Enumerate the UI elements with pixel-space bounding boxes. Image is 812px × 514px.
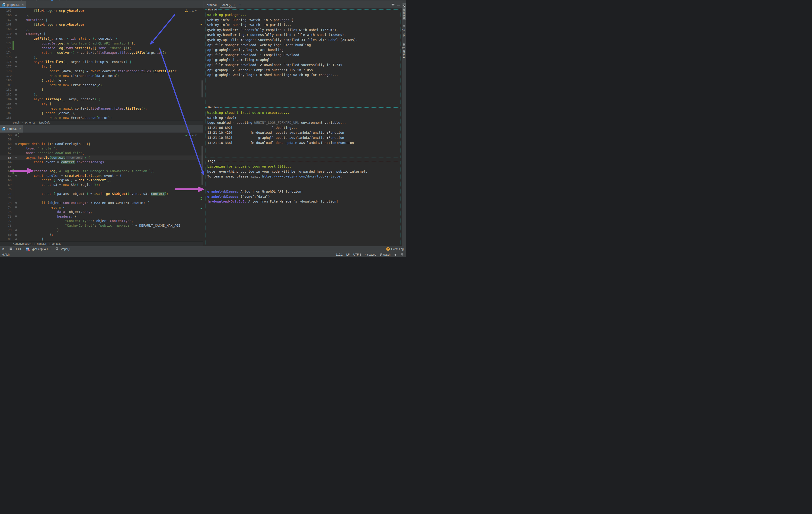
docs-link[interactable]: https://www.webiny.com/docs/todo-article [262, 175, 340, 178]
code-line: 64 const event = context.invocationArgs; [0, 160, 203, 164]
tool-button-typescript-4-1-3[interactable]: TSTypeScript 4.1.3 [26, 247, 50, 251]
fold-marker-icon [15, 143, 17, 145]
inspection-count: 1 [189, 134, 191, 137]
inspection-count: 1 [189, 9, 191, 12]
code-line: 180 } catch (e) { [0, 78, 203, 83]
tool-button-todo[interactable]: TODO [9, 247, 21, 251]
terminal-line: graphql-dd2eaea: A log from GraphQL API … [207, 189, 398, 194]
terminal-line: webiny info: Running 'watch' in 5 packag… [207, 18, 398, 23]
code-line: 177 try { [0, 64, 203, 69]
code-line: 72 [0, 196, 203, 201]
next-issue-icon[interactable]: ∨ [195, 9, 197, 12]
code-editor-index[interactable]: ✔✔ 1 ∧ ∨ 58};5960export default (): Hand… [0, 133, 203, 241]
fold-marker-icon [15, 229, 17, 231]
inspection-widget[interactable]: 1 ∧ ∨ [185, 9, 197, 12]
build-box-title: Build [207, 8, 218, 11]
status-item-4-spaces[interactable]: 4 spaces [365, 253, 376, 256]
hide-panel-icon[interactable]: — [397, 3, 400, 7]
code-line: 187 } catch (error) { [0, 111, 203, 115]
gearGlobe-icon [400, 253, 404, 256]
status-item-lf[interactable]: LF [346, 253, 350, 256]
terminal-line: 13:21:10.420[ fm-download] update aws:la… [207, 130, 398, 135]
tool-window-button-terminal[interactable]: Terminal [403, 3, 406, 20]
status-message: 6 AM) [2, 253, 336, 256]
code-line: 65 [0, 164, 203, 169]
breadcrumb-item[interactable]: handle() [37, 242, 47, 245]
breadcrumb-item[interactable]: <anonymous>() [13, 242, 32, 245]
close-icon[interactable]: × [234, 3, 236, 7]
terminal-tab-local[interactable]: Local (2) × [220, 1, 236, 8]
code-line: 175 }, [0, 55, 203, 60]
fold-marker-icon [15, 215, 17, 218]
new-session-icon[interactable]: + [239, 3, 241, 7]
status-item-utf-8[interactable]: UTF-8 [353, 253, 361, 256]
breadcrumb-item[interactable]: plugin [13, 121, 21, 124]
terminal-line: graphql-dd2eaea: {"some":"data"} [207, 194, 398, 199]
status-bar: 6 AM) 119:1LFUTF-84 spaceswatch [0, 252, 406, 257]
tool-button-graphql[interactable]: GraphQL [55, 247, 71, 251]
code-editor-graphql[interactable]: 1 ∧ ∨ 165 fileManager: emptyResolver166 … [0, 8, 203, 120]
logs-box-title: Logs [207, 159, 216, 163]
code-line: 77 "Content-Type": object.ContentType, [0, 219, 203, 223]
code-line: 167 Mutation: { [0, 18, 203, 22]
fold-marker-icon [15, 19, 17, 21]
tool-window-button-debug[interactable]: 5: Debug [403, 42, 406, 59]
next-issue-icon[interactable]: ∨ [195, 134, 197, 137]
code-line: 179 return new ListResponse(data, meta); [0, 73, 203, 78]
typescript-file-icon: TS [2, 127, 6, 130]
tab-graphql-ts[interactable]: TS graphql.ts × [0, 1, 26, 8]
terminal-output[interactable]: Build Watching packages...webiny info: R… [203, 8, 402, 246]
tab-label: graphql.ts [7, 3, 20, 6]
inspection-widget[interactable]: ✔✔ 1 ∧ ∨ [185, 134, 197, 137]
ok-check-icon: ✔✔ [185, 134, 187, 137]
status-item-watch[interactable]: watch [380, 253, 390, 256]
event-log-button[interactable]: 2 Event Log [386, 247, 404, 251]
terminal-line: To learn more, please visit https://www.… [207, 174, 398, 179]
code-line: 71 const { params, object } = await getS… [0, 192, 203, 196]
fold-marker-icon [15, 28, 17, 30]
code-line: 186 return await context.fileManager.fil… [0, 106, 203, 111]
breadcrumb: <anonymous>()›handle()›context [0, 241, 203, 246]
status-item-lock[interactable] [394, 253, 397, 256]
code-line: 69 const s3 = new S3({ region }); [0, 183, 203, 187]
settings-gear-icon[interactable] [392, 3, 395, 7]
fold-marker-icon [15, 202, 17, 204]
tab-index-ts[interactable]: TS index.ts × [0, 125, 23, 132]
code-line: 170 FmQuery: { [0, 32, 203, 36]
tool-button-it[interactable]: it [2, 247, 4, 251]
code-line: 68 const { region } = getEnvironment(); [0, 178, 203, 183]
graphql-icon [55, 247, 58, 251]
editor-scrollbar[interactable] [202, 80, 203, 97]
warning-icon [185, 9, 188, 12]
close-icon[interactable]: × [19, 127, 21, 130]
prev-issue-icon[interactable]: ∧ [192, 9, 194, 12]
editor-column: TS graphql.ts × 1 ∧ ∨ 165 fileManager: e… [0, 1, 203, 246]
code-line: 66 console.log(`A log from File Manager'… [0, 169, 203, 174]
close-icon[interactable]: × [22, 3, 24, 6]
deploy-box-title: Deploy [207, 105, 220, 109]
breadcrumb-item[interactable]: schema [25, 121, 34, 124]
error-stripe-added [201, 197, 202, 198]
code-line: 166 }, [0, 13, 203, 18]
terminal-title: Terminal: [205, 3, 218, 7]
editor-tabbar-graphql: TS graphql.ts × [0, 1, 203, 8]
prev-issue-icon[interactable]: ∧ [192, 134, 194, 137]
terminal-line: Watching (dev): [207, 115, 398, 121]
terminal-line [207, 184, 398, 189]
terminal-line: 13:21:16.338[ fm-download] done update a… [207, 141, 398, 146]
play-icon [403, 25, 406, 28]
breadcrumb-item[interactable]: context [52, 242, 61, 245]
todo-icon [9, 247, 12, 251]
status-item-119-1[interactable]: 119:1 [336, 253, 343, 256]
tool-window-bar: itTODOTSTypeScript 4.1.3GraphQL 2 Event … [0, 246, 406, 252]
code-line: 176 async listFiles(_, args: FilesListOp… [0, 60, 203, 64]
breadcrumb-item[interactable]: typeDefs [39, 121, 50, 124]
error-stripe-warning[interactable] [201, 24, 202, 25]
editor-scrollbar[interactable] [202, 146, 203, 185]
bug-icon [403, 43, 406, 46]
terminal-icon [403, 5, 406, 7]
code-line: 168 fileManager: emptyResolver [0, 22, 203, 27]
tool-window-button-run[interactable]: 4: Run [403, 24, 406, 38]
terminal-line: 13:21:06.892[ ] Updating... [207, 125, 398, 130]
status-item-gearglobe[interactable] [400, 253, 404, 256]
